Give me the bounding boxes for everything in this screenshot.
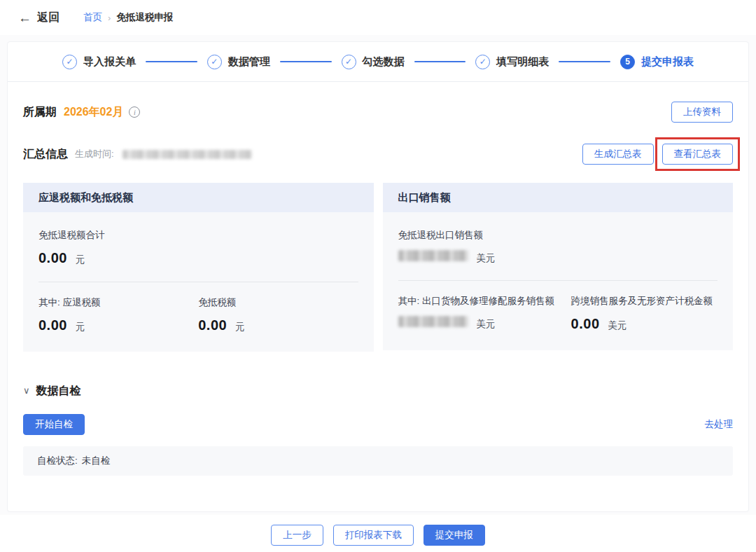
divider	[398, 280, 718, 281]
detail-value-redacted	[398, 316, 468, 327]
detail-crossborder-services: 跨境销售服务及无形资产计税金额 0.00 美元	[571, 295, 718, 332]
panel-title: 应退税额和免抵税额	[23, 183, 374, 212]
back-label: 返回	[37, 11, 59, 25]
generated-time-redacted	[122, 150, 252, 159]
summary-panels: 应退税额和免抵税额 免抵退税额合计 0.00 元 其中: 应退税额 0.00	[23, 183, 733, 352]
detail-export-goods-sales: 其中: 出口货物及修理修配服务销售额 美元	[398, 295, 571, 332]
detail-label: 其中: 应退税额	[38, 296, 198, 309]
refund-exempt-panel: 应退税额和免抵税额 免抵退税额合计 0.00 元 其中: 应退税额 0.00	[23, 183, 374, 352]
total-unit: 美元	[477, 252, 496, 265]
summary-row: 汇总信息 生成时间: 生成汇总表 查看汇总表	[23, 144, 733, 165]
total-value-redacted	[398, 250, 468, 261]
topbar: ← 返回 首页 › 免抵退税申报	[0, 0, 756, 35]
total-value-row: 0.00 元	[38, 250, 358, 266]
step-connector	[559, 61, 610, 62]
self-check-actions: 开始自检 去处理	[23, 414, 733, 435]
status-label: 自检状态:	[37, 455, 78, 467]
footer-actions: 上一步 打印报表下载 提交申报	[0, 515, 756, 552]
detail-value-row: 0.00 元	[198, 317, 358, 333]
detail-label: 免抵税额	[198, 296, 358, 309]
self-check-title: 数据自检	[36, 384, 81, 399]
summary-title: 汇总信息	[23, 147, 68, 162]
panel-title: 出口销售额	[383, 183, 734, 212]
detail-value-row: 0.00 美元	[571, 316, 718, 332]
step-label: 提交申报表	[641, 55, 694, 69]
stepper: ✓ 导入报关单 ✓ 数据管理 ✓ 勾选数据 ✓ 填写明细表 5 提交申报表	[8, 42, 748, 82]
status-value: 未自检	[82, 455, 111, 467]
total-value-row: 美元	[398, 250, 718, 265]
info-icon[interactable]: i	[129, 106, 140, 118]
view-summary-button[interactable]: 查看汇总表	[662, 144, 734, 165]
export-sales-panel: 出口销售额 免抵退税出口销售额 美元 其中: 出口货物及修理修配服务销售额	[383, 183, 734, 352]
detail-label: 其中: 出口货物及修理修配服务销售额	[398, 295, 571, 308]
breadcrumb: 首页 › 免抵退税申报	[83, 11, 173, 24]
total-unit: 元	[76, 254, 85, 266]
detail-columns: 其中: 应退税额 0.00 元 免抵税额 0.00 元	[38, 296, 358, 333]
step-label: 数据管理	[228, 55, 270, 69]
step-label: 勾选数据	[363, 55, 405, 69]
period-row: 所属期 2026年02月 i 上传资料	[23, 102, 733, 123]
period-label: 所属期	[23, 105, 57, 120]
period-value: 2026年02月	[64, 105, 123, 120]
panel-body: 免抵退税出口销售额 美元 其中: 出口货物及修理修配服务销售额 美元	[383, 212, 734, 350]
print-report-download-button[interactable]: 打印报表下载	[333, 525, 414, 546]
detail-columns: 其中: 出口货物及修理修配服务销售额 美元 跨境销售服务及无形资产计税金额 0.…	[398, 295, 718, 332]
panel-body: 免抵退税额合计 0.00 元 其中: 应退税额 0.00 元	[23, 212, 374, 352]
self-check-status-box: 自检状态: 未自检	[23, 446, 733, 476]
detail-unit: 美元	[477, 318, 496, 331]
step-check-icon: ✓	[342, 55, 356, 69]
generate-summary-button[interactable]: 生成汇总表	[582, 144, 654, 165]
back-button[interactable]: ← 返回	[18, 11, 59, 25]
view-summary-wrap: 查看汇总表	[662, 144, 734, 165]
step-check-icon: ✓	[62, 55, 77, 69]
breadcrumb-home-link[interactable]: 首页	[83, 11, 102, 24]
start-self-check-button[interactable]: 开始自检	[23, 414, 85, 435]
step-connector	[280, 61, 332, 62]
step-submit-declaration[interactable]: 5 提交申报表	[620, 55, 694, 69]
submit-declaration-button[interactable]: 提交申报	[424, 525, 485, 546]
detail-value: 0.00	[198, 317, 227, 333]
main-card: ✓ 导入报关单 ✓ 数据管理 ✓ 勾选数据 ✓ 填写明细表 5 提交申报表 所属…	[7, 41, 749, 512]
step-label: 导入报关单	[83, 55, 136, 69]
detail-value: 0.00	[38, 317, 67, 333]
step-check-icon: ✓	[207, 55, 222, 69]
step-fill-detail-form[interactable]: ✓ 填写明细表	[475, 55, 549, 69]
breadcrumb-current: 免抵退税申报	[116, 11, 173, 24]
detail-label: 跨境销售服务及无形资产计税金额	[571, 295, 718, 308]
detail-value-row: 美元	[398, 316, 571, 331]
detail-value-row: 0.00 元	[38, 317, 198, 333]
card-body: 所属期 2026年02月 i 上传资料 汇总信息 生成时间: 生成汇总表 查看汇…	[8, 102, 748, 476]
step-import-declaration[interactable]: ✓ 导入报关单	[62, 55, 136, 69]
detail-unit: 元	[235, 321, 245, 333]
upload-materials-button[interactable]: 上传资料	[671, 102, 733, 123]
divider	[38, 282, 358, 282]
total-label: 免抵退税出口销售额	[398, 229, 718, 242]
previous-step-button[interactable]: 上一步	[271, 525, 323, 546]
detail-unit: 元	[76, 321, 85, 333]
detail-value: 0.00	[571, 316, 600, 332]
step-connector	[414, 61, 466, 62]
detail-unit: 美元	[608, 319, 627, 332]
generated-time-label: 生成时间:	[75, 148, 114, 160]
detail-refundable-tax: 其中: 应退税额 0.00 元	[38, 296, 198, 333]
step-label: 填写明细表	[496, 55, 549, 69]
detail-exempt-tax: 免抵税额 0.00 元	[198, 296, 358, 333]
breadcrumb-separator-icon: ›	[108, 13, 111, 23]
back-arrow-icon: ←	[18, 11, 31, 25]
total-value: 0.00	[38, 250, 67, 266]
chevron-down-icon[interactable]: ∨	[23, 385, 30, 396]
step-connector	[146, 61, 197, 62]
step-number-badge: 5	[620, 55, 635, 69]
self-check-header: ∨ 数据自检	[23, 384, 733, 399]
total-label: 免抵退税额合计	[38, 229, 358, 242]
step-check-icon: ✓	[475, 55, 490, 69]
go-process-link[interactable]: 去处理	[705, 418, 734, 431]
step-select-data[interactable]: ✓ 勾选数据	[342, 55, 405, 69]
step-data-management[interactable]: ✓ 数据管理	[207, 55, 270, 69]
